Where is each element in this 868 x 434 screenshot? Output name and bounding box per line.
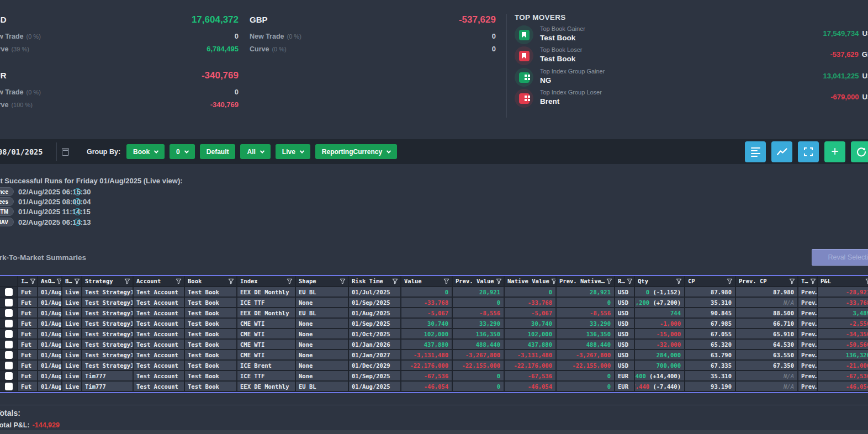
cell-shape: None <box>296 361 349 371</box>
filter-icon[interactable] <box>392 278 398 284</box>
table-row[interactable]: Fut01/Aug…LiveTest Strategy1Test Account… <box>0 329 868 340</box>
filter-icon[interactable] <box>627 278 633 284</box>
filter-icon[interactable] <box>865 278 868 284</box>
filter-icon[interactable] <box>176 278 182 284</box>
cell-qty: -1,000 <box>635 319 685 329</box>
table-row[interactable]: Fut01/Aug…LiveTest Strategy1Test Account… <box>0 361 868 371</box>
row-value: 6,784,495 <box>207 45 239 53</box>
col-header-prev_native[interactable]: Prev. Native… <box>557 276 615 287</box>
col-header-pnl[interactable]: P&L <box>818 276 868 287</box>
filter-icon[interactable] <box>74 278 80 284</box>
table-row[interactable]: Fut01/Aug…LiveTim777Test AccountTest Boo… <box>0 382 868 392</box>
filter-icon[interactable] <box>30 278 36 284</box>
col-header-book[interactable]: Book <box>185 276 237 287</box>
col-header-cp[interactable]: CP <box>685 276 736 287</box>
cell-cp: 63.790 <box>685 350 736 361</box>
row-checkbox[interactable] <box>5 330 13 338</box>
table-row[interactable]: Fut01/Aug…LiveTest Strategy1Test Account… <box>0 350 868 361</box>
col-header-strategy[interactable]: Strategy <box>82 276 134 287</box>
cell-prev_native: -22,155,000 <box>557 361 615 371</box>
filter-icon[interactable] <box>496 278 502 284</box>
filter-icon[interactable] <box>810 278 816 284</box>
filter-icon[interactable] <box>340 278 346 284</box>
col-header-b[interactable]: B… <box>62 276 82 287</box>
top-movers-title: TOP MOVERS <box>515 13 566 22</box>
col-header-risk_time[interactable]: Risk Time <box>349 276 401 287</box>
row-checkbox[interactable] <box>5 299 13 306</box>
info-icon[interactable]: i <box>74 198 81 205</box>
filter-icon[interactable] <box>789 278 795 284</box>
date-input[interactable]: 08/01/2025 <box>0 147 45 156</box>
filter-icon[interactable] <box>56 278 62 284</box>
cell-risk_time: 01/Sep/2025 <box>349 298 401 308</box>
reval-selections-button[interactable]: Reval Selections <box>812 249 868 266</box>
filter-icon[interactable] <box>228 278 234 284</box>
table-row[interactable]: Fut01/Aug…LiveTest Strategy1Test Account… <box>0 287 868 298</box>
currency-label: USD <box>0 15 7 24</box>
cell-b: Live <box>62 298 82 308</box>
row-checkbox[interactable] <box>5 309 13 317</box>
row-checkbox[interactable] <box>5 351 13 359</box>
table-row[interactable]: Fut01/Aug…LiveTest Strategy1Test Account… <box>0 308 868 319</box>
col-header-prev_value[interactable]: Prev. Value <box>453 276 505 287</box>
group-by-book-dropdown[interactable]: Book <box>126 144 165 159</box>
info-icon[interactable]: i <box>74 188 81 195</box>
select-all-header <box>0 276 18 287</box>
calendar-icon[interactable] <box>62 148 69 156</box>
summary-row: Curve(100 %) -340,769 <box>0 100 239 109</box>
filter-icon[interactable] <box>606 278 612 284</box>
col-header-ccy[interactable]: R… <box>615 276 635 287</box>
default-button[interactable]: Default <box>200 144 236 159</box>
cell-cp: 67.335 <box>685 361 736 371</box>
cell-inst: Fut <box>18 329 38 340</box>
col-header-qty[interactable]: Qty <box>635 276 685 287</box>
table-row[interactable]: Fut01/Aug…LiveTest Strategy1Test Account… <box>0 340 868 350</box>
cell-strategy: Test Strategy1 <box>82 308 134 319</box>
table-row[interactable]: Fut01/Aug…LiveTest Strategy1Test Account… <box>0 319 868 329</box>
col-header-native_value[interactable]: Native Value <box>505 276 557 287</box>
top-mover-label: Top Index Group Loser <box>540 89 602 96</box>
info-icon[interactable]: i <box>74 219 81 226</box>
rows-view-button[interactable] <box>745 141 766 162</box>
chart-view-button[interactable] <box>771 141 792 162</box>
cell-t: Prev… <box>798 361 818 371</box>
row-checkbox[interactable] <box>5 320 13 327</box>
filter-icon[interactable] <box>124 278 130 284</box>
row-checkbox[interactable] <box>5 341 13 348</box>
col-header-index[interactable]: Index <box>237 276 296 287</box>
cell-value: -5,067 <box>401 308 453 319</box>
col-header-account[interactable]: Account <box>134 276 185 287</box>
filter-icon[interactable] <box>676 278 682 284</box>
col-header-value[interactable]: Value <box>401 276 453 287</box>
col-header-asof[interactable]: AsO… <box>38 276 62 287</box>
cell-strategy: Test Strategy1 <box>82 319 134 329</box>
reporting-currency-dropdown[interactable]: ReportingCurrency <box>315 144 397 159</box>
cell-prev_value: 33,290 <box>453 319 505 329</box>
decimals-dropdown[interactable]: 0 <box>170 144 195 159</box>
col-header-prev_cp[interactable]: Prev. CP <box>736 276 798 287</box>
table-row[interactable]: Fut01/Aug…LiveTest Strategy1Test Account… <box>0 298 868 308</box>
currency-label: EUR <box>0 71 7 80</box>
cell-shape: None <box>296 371 349 382</box>
table-row[interactable]: Fut01/Aug…LiveTim777Test AccountTest Boo… <box>0 371 868 382</box>
all-dropdown[interactable]: All <box>240 144 270 159</box>
row-checkbox[interactable] <box>5 383 13 390</box>
index-group-gainer-icon <box>515 68 533 87</box>
add-button[interactable]: + <box>824 141 845 162</box>
live-dropdown[interactable]: Live <box>276 144 310 159</box>
fullscreen-button[interactable] <box>798 141 819 162</box>
info-icon[interactable]: i <box>74 208 81 215</box>
row-checkbox[interactable] <box>5 362 13 369</box>
col-header-shape[interactable]: Shape <box>296 276 349 287</box>
cell-risk_time: 01/Oct/2025 <box>349 329 401 340</box>
row-checkbox[interactable] <box>5 372 13 380</box>
row-percent: (0 %) <box>27 89 41 96</box>
row-checkbox[interactable] <box>5 288 13 296</box>
filter-icon[interactable] <box>727 278 733 284</box>
refresh-button[interactable] <box>851 141 868 162</box>
filter-icon[interactable] <box>551 278 557 284</box>
col-header-t[interactable]: T… <box>798 276 818 287</box>
col-header-inst[interactable]: I… <box>18 276 38 287</box>
filter-icon[interactable] <box>287 278 293 284</box>
filter-icon[interactable] <box>443 278 449 284</box>
